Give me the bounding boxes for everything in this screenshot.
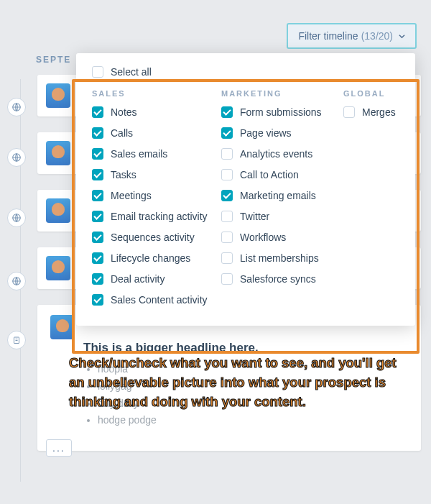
checkbox[interactable]	[221, 148, 233, 160]
timeline-note-icon	[7, 331, 26, 349]
filter-option-label: Lifecycle changes	[111, 252, 190, 264]
filter-option-label: Call to Action	[240, 169, 299, 180]
filter-option-label: Tasks	[111, 169, 136, 180]
filter-option-label: Analytics events	[240, 148, 312, 160]
filter-option-global[interactable]: Merges	[343, 106, 399, 118]
bullet-item: dilly dally	[98, 395, 408, 413]
filter-option-marketing[interactable]: Form submissions	[221, 106, 343, 118]
filter-option-label: Sales emails	[111, 148, 167, 160]
checkbox[interactable]	[221, 252, 233, 264]
checkbox[interactable]	[92, 294, 103, 306]
filter-option-label: Merges	[362, 106, 396, 118]
checkbox[interactable]	[92, 169, 103, 180]
timeline-globe-icon	[7, 209, 26, 227]
checkbox[interactable]	[343, 106, 355, 118]
filter-option-marketing[interactable]: Workflows	[221, 232, 343, 243]
column-header-global: GLOBAL	[343, 89, 399, 98]
avatar	[50, 315, 75, 339]
filter-option-label: Meetings	[111, 190, 152, 201]
filter-option-label: Twitter	[240, 211, 269, 222]
avatar	[46, 83, 70, 108]
filter-option-marketing[interactable]: Marketing emails	[221, 190, 343, 201]
filter-option-label: List memberships	[240, 252, 319, 264]
filter-timeline-button[interactable]: Filter timeline (13/20)	[287, 23, 417, 49]
filter-option-label: Salesforce syncs	[240, 273, 316, 285]
checkbox[interactable]	[221, 273, 233, 285]
card-big-headline: This is a bigger headline here.	[83, 341, 408, 355]
filter-option-sales[interactable]: Email tracking activity	[92, 211, 221, 222]
checkbox[interactable]	[221, 169, 233, 180]
filter-option-label: Sales Content activity	[111, 294, 208, 306]
filter-option-marketing[interactable]: Twitter	[221, 211, 343, 222]
checkbox[interactable]	[221, 211, 233, 222]
checkbox[interactable]	[221, 106, 233, 118]
filter-option-marketing[interactable]: Salesforce syncs	[221, 273, 343, 285]
timeline-card-expanded[interactable]: This is a headline here. This is a bigge…	[37, 305, 421, 451]
filter-count: (13/20)	[361, 30, 393, 42]
checkbox[interactable]	[92, 190, 103, 201]
checkbox[interactable]	[92, 252, 103, 264]
avatar	[46, 198, 70, 223]
checkbox[interactable]	[92, 211, 103, 222]
column-header-sales: SALES	[92, 89, 221, 98]
filter-option-label: Email tracking activity	[111, 211, 208, 222]
filter-option-label: Page views	[240, 127, 292, 139]
filter-option-label: Notes	[111, 106, 137, 118]
avatar	[46, 141, 70, 165]
filter-option-label: Sequences activity	[111, 232, 195, 243]
filter-option-sales[interactable]: Sequences activity	[92, 232, 221, 243]
checkbox[interactable]	[92, 148, 103, 160]
more-button[interactable]: ...	[46, 439, 72, 457]
checkbox[interactable]	[221, 190, 233, 201]
column-header-marketing: MARKETING	[221, 89, 343, 98]
checkbox[interactable]	[221, 127, 233, 139]
filter-option-label: Deal activity	[111, 273, 164, 285]
filter-option-sales[interactable]: Calls	[92, 127, 221, 139]
filter-option-label: Marketing emails	[240, 190, 316, 201]
filter-option-marketing[interactable]: Call to Action	[221, 169, 343, 180]
filter-option-label: Calls	[111, 127, 133, 139]
caret-down-icon	[399, 30, 405, 42]
filter-option-label: Workflows	[240, 232, 286, 243]
bullet-item: hoopla	[98, 361, 408, 378]
avatar	[46, 256, 70, 280]
filter-option-sales[interactable]: Notes	[92, 106, 221, 118]
checkbox[interactable]	[221, 232, 233, 243]
filter-option-label: Form submissions	[240, 106, 322, 118]
checkbox[interactable]	[92, 106, 103, 118]
timeline-globe-icon	[7, 272, 26, 290]
filter-option-sales[interactable]: Lifecycle changes	[92, 252, 221, 264]
filter-option-sales[interactable]: Tasks	[92, 169, 221, 180]
filter-label: Filter timeline	[298, 30, 358, 42]
bullet-item: lollygag	[98, 378, 408, 395]
checkbox[interactable]	[92, 273, 103, 285]
filter-option-sales[interactable]: Deal activity	[92, 273, 221, 285]
checkbox[interactable]	[92, 127, 103, 139]
timeline-globe-icon	[7, 148, 26, 167]
filter-option-sales[interactable]: Sales Content activity	[92, 294, 221, 306]
filter-option-sales[interactable]: Sales emails	[92, 148, 221, 160]
select-all-label: Select all	[111, 66, 152, 78]
filter-option-marketing[interactable]: Analytics events	[221, 148, 343, 160]
filter-dropdown: Select all SALES MARKETING GLOBAL NotesC…	[76, 53, 415, 326]
bullet-item: hodge podge	[98, 412, 408, 429]
filter-option-marketing[interactable]: List memberships	[221, 252, 343, 264]
timeline-globe-icon	[7, 98, 26, 116]
select-all-checkbox[interactable]	[92, 66, 103, 78]
card-bullet-list: hoopla lollygag dilly dally hodge podge	[83, 361, 408, 429]
checkbox[interactable]	[92, 232, 103, 243]
filter-option-sales[interactable]: Meetings	[92, 190, 221, 201]
filter-option-marketing[interactable]: Page views	[221, 127, 343, 139]
